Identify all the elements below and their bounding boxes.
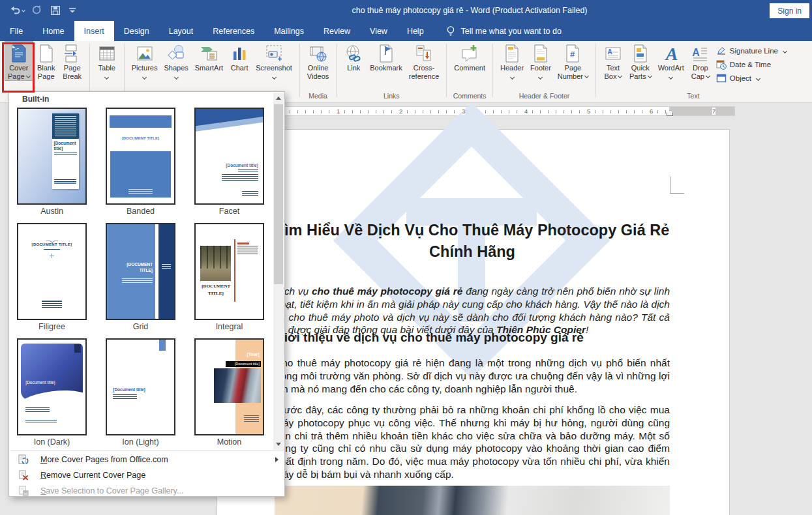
svg-text:A: A [692, 47, 700, 58]
wordart-button[interactable]: AWordArt [655, 41, 687, 81]
document-page[interactable]: Tìm Hiểu Về Dịch Vụ Cho Thuê Máy Photoco… [217, 129, 730, 515]
tab-layout[interactable]: Layout [159, 21, 203, 41]
object-button[interactable]: Object [716, 73, 787, 83]
footer-icon [531, 44, 550, 63]
button-label: TextBox [604, 64, 622, 80]
quick-access-toolbar [9, 5, 77, 16]
comment-button[interactable]: Comment [451, 41, 489, 73]
chart-icon [230, 44, 249, 63]
chevron-down-icon [271, 74, 276, 79]
menu-item-remove-current-cover-page[interactable]: Remove Current Cover Page [9, 467, 284, 483]
footer-button[interactable]: Footer [527, 41, 554, 81]
ribbon-tab-bar: FileHomeInsertDesignLayoutReferencesMail… [0, 21, 812, 41]
menu-item-more-cover-pages-from-office-com[interactable]: More Cover Pages from Office.com [9, 452, 284, 467]
cover-page-name: Banded [104, 207, 177, 216]
shapes-button[interactable]: Shapes [160, 41, 191, 81]
undo-button[interactable] [9, 5, 25, 16]
button-label: Screenshot [256, 64, 292, 80]
cover-page-option-motion[interactable]: [Year][Document title]Motion [193, 338, 265, 447]
redo-button[interactable] [31, 5, 43, 16]
online-videos-icon [308, 44, 328, 63]
scroll-down-button[interactable] [273, 439, 284, 450]
quick-parts-icon [631, 44, 650, 63]
button-label: Shapes [164, 64, 188, 80]
cover-page-option-iondark[interactable]: [Document title]Ion (Dark) [16, 338, 88, 447]
cross-reference-button[interactable]: Cross-reference [406, 41, 442, 81]
cover-page-button[interactable]: CoverPage [5, 41, 33, 81]
group-separator [336, 44, 337, 97]
text-box-button[interactable]: ATextBox [600, 41, 626, 81]
save-button[interactable] [50, 5, 61, 16]
cover-page-thumbnail: [DOCUMENTTITLE] [106, 223, 175, 320]
tab-home[interactable]: Home [33, 21, 74, 41]
link-button[interactable]: Link [340, 41, 367, 73]
online-videos-button[interactable]: OnlineVideos [304, 41, 332, 81]
button-label: Bookmark [370, 64, 402, 72]
chart-button[interactable]: Chart [226, 41, 252, 73]
screenshot-button[interactable]: Screenshot [252, 41, 295, 81]
page-number-button[interactable]: #PageNumber [554, 41, 592, 81]
tab-design[interactable]: Design [114, 21, 159, 41]
cover-page-option-grid[interactable]: [DOCUMENTTITLE]Grid [104, 223, 177, 331]
group-separator [124, 44, 125, 97]
chevron-down-icon [174, 74, 179, 79]
screenshot-icon [264, 44, 284, 63]
tab-view[interactable]: View [360, 21, 397, 41]
header-button[interactable]: Header [497, 41, 527, 81]
tab-review[interactable]: Review [314, 21, 360, 41]
gallery-menu: More Cover Pages from Office.comRemove C… [9, 452, 284, 499]
cover-page-thumbnail: [Year][Document title] [194, 338, 264, 435]
bookmark-icon [376, 44, 396, 63]
group-separator [89, 44, 90, 97]
tab-file[interactable]: File [0, 21, 33, 41]
group-label: Links [340, 91, 442, 102]
cover-page-option-austin[interactable]: [Document title]Austin [16, 108, 88, 216]
table-button[interactable]: Table [94, 41, 120, 81]
page-break-button[interactable]: PageBreak [59, 41, 85, 81]
tab-mailings[interactable]: Mailings [264, 21, 314, 41]
cover-page-option-filigree[interactable]: [DOCUMENT TITLE]Filigree [16, 223, 88, 331]
customize-toolbar-icon [68, 5, 77, 16]
margin-corner-mark [670, 177, 684, 194]
tab-insert[interactable]: Insert [74, 21, 114, 41]
button-label: SmartArt [195, 64, 223, 72]
cover-page-option-banded[interactable]: [DOCUMENT TITLE]Banded [104, 108, 177, 216]
scrollbar-thumb[interactable] [274, 104, 283, 284]
customize-quick-access-button[interactable] [68, 5, 77, 16]
tab-references[interactable]: References [203, 21, 264, 41]
date-time-button[interactable]: Date & Time [716, 59, 787, 70]
article-paragraph: Cho thuê máy photocopy giá rẻ hiện đang … [275, 357, 670, 395]
cover-page-thumbnail: [Document title] [17, 338, 87, 435]
article-title: Tìm Hiểu Về Dịch Vụ Cho Thuê Máy Photoco… [275, 220, 670, 263]
cover-page-option-facet[interactable]: [Document title]Facet [193, 108, 265, 216]
blank-page-button[interactable]: BlankPage [33, 41, 59, 81]
button-label: Table [98, 64, 115, 80]
svg-text:A: A [607, 48, 612, 55]
button-label: PageBreak [63, 64, 82, 80]
signature-line-button[interactable]: Signature Line [716, 46, 787, 56]
cover-page-name: Motion [193, 437, 265, 447]
smartart-button[interactable]: SmartArt [192, 41, 226, 73]
cover-page-thumbnail: [Document title] [17, 108, 87, 205]
menu-item-label: Save Selection to Cover Page Gallery... [40, 486, 183, 495]
cover-page-option-integral[interactable]: [DOCUMENTTITLE]Integral [193, 223, 265, 331]
cover-page-option-ionlight[interactable]: [Document title]Ion (Light) [104, 338, 177, 447]
button-label: Object [730, 74, 751, 82]
cover-page-name: Integral [193, 322, 265, 331]
menu-separator [10, 450, 283, 451]
quick-parts-button[interactable]: QuickParts [626, 41, 655, 81]
triangle-down-icon [276, 443, 281, 446]
group-label: Comments [451, 91, 489, 102]
bookmark-button[interactable]: Bookmark [367, 41, 406, 73]
button-label: WordArt [658, 64, 684, 80]
pictures-button[interactable]: Pictures [128, 41, 161, 81]
sign-in-button[interactable]: Sign in [770, 3, 809, 18]
scroll-up-button[interactable] [273, 93, 284, 104]
drop-cap-button[interactable]: ADropCap [687, 41, 714, 81]
button-label: Cross-reference [409, 64, 439, 80]
tell-me-box[interactable]: Tell me what you want to do [445, 21, 562, 41]
tab-help[interactable]: Help [397, 21, 434, 41]
chevron-down-icon [669, 74, 673, 79]
chevron-down-icon [538, 74, 543, 79]
gallery-scrollbar[interactable] [273, 93, 284, 450]
